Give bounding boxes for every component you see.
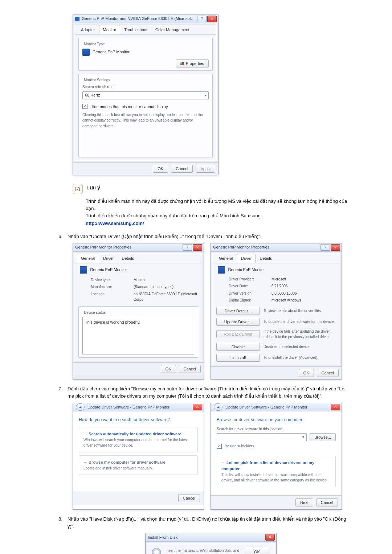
tab-general[interactable]: General	[77, 254, 99, 263]
tab-monitor[interactable]: Monitor	[99, 25, 121, 34]
close-button[interactable]: ✕	[207, 16, 217, 22]
back-button[interactable]: ◄	[214, 403, 222, 411]
note-line: Trình điều khiển màn hình này đã được ch…	[86, 198, 348, 212]
tab-adapter[interactable]: Adapter	[77, 25, 99, 34]
window-title: Install From Disk	[148, 534, 263, 541]
label: Location:	[91, 291, 131, 303]
update-driver-button[interactable]: Update Driver...	[216, 318, 260, 326]
option-let-me-pick[interactable]: → Let me pick from a list of device driv…	[217, 456, 336, 487]
desc: To update the driver software for this d…	[264, 319, 336, 325]
note-title: Lưu ý	[86, 184, 100, 192]
breadcrumb: Update Driver Software - Generic PnP Mon…	[225, 404, 307, 410]
step-number: 6.	[54, 233, 62, 240]
help-button[interactable]: ?	[320, 244, 330, 251]
step-number: 8.	[54, 516, 62, 530]
help-button[interactable]: ?	[183, 244, 192, 251]
cancel-button[interactable]: Cancel	[179, 365, 201, 373]
desc: To view details about the driver files.	[264, 308, 336, 314]
hide-modes-desc: Clearing this check box allows you to se…	[82, 112, 209, 129]
link-text: http://www.samsung.com/	[86, 221, 144, 226]
close-button[interactable]: ✕	[331, 404, 340, 410]
tab-details[interactable]: Details	[118, 254, 138, 263]
cancel-button[interactable]: Cancel	[316, 498, 338, 506]
wizard-heading: Browse for driver software on your compu…	[217, 416, 336, 423]
step-text: Đánh dấu chọn vào hộp kiểm "Browse my co…	[68, 385, 348, 400]
step-text: Nhấp vào "Update Driver (Cập nhật trình …	[68, 233, 348, 240]
uninstall-button[interactable]: Uninstall	[216, 354, 260, 362]
label: Driver Date:	[229, 283, 269, 289]
properties-label: Properties	[186, 61, 204, 66]
refresh-rate-select[interactable]: 60 Hertz	[82, 91, 209, 99]
back-button[interactable]: ◄	[76, 403, 85, 411]
properties-button[interactable]: Properties	[176, 59, 209, 67]
desc: If the device fails after updating the d…	[264, 329, 336, 340]
tab-driver[interactable]: Driver	[99, 254, 118, 263]
browse-button[interactable]: Browse...	[310, 433, 336, 441]
value: 6.0.6000.16386	[271, 291, 336, 296]
roll-back-driver-button[interactable]: Roll Back Driver	[216, 330, 260, 338]
wizard-heading: How do you want to search for driver sof…	[79, 416, 198, 423]
group-monitor-settings: Monitor Settings Screen refresh rate: 60…	[78, 74, 213, 158]
value: on NVIDIA GeForce 6600 LE (Microsoft Cor…	[134, 291, 198, 303]
ok-button[interactable]: OK	[153, 165, 168, 173]
update-driver-wizard-browse: ◄ Update Driver Software - Generic PnP M…	[211, 403, 342, 510]
disable-button[interactable]: Disable	[216, 343, 260, 351]
samsung-link[interactable]: http://www.samsung.com/	[86, 221, 144, 226]
value: Monitors	[134, 277, 198, 283]
tab-troubleshoot[interactable]: Troubleshoot	[120, 25, 151, 34]
tab-driver[interactable]: Driver	[237, 254, 256, 263]
monitor-icon	[82, 49, 90, 56]
disk-icon	[152, 548, 161, 554]
label: Driver Version:	[229, 291, 269, 296]
window-title: Generic PnP Monitor Properties	[213, 244, 318, 250]
option-desc: This list will show installed driver sof…	[221, 472, 331, 483]
status-text: This device is working properly.	[85, 320, 140, 324]
path-label: Search for driver software in this locat…	[217, 426, 336, 432]
update-driver-wizard-search: ◄ Update Driver Software - Generic PnP M…	[73, 403, 204, 510]
tab-color-management[interactable]: Color Management	[151, 25, 193, 34]
shield-icon	[180, 62, 184, 65]
value: Microsoft	[271, 276, 336, 282]
cancel-button[interactable]: Cancel	[171, 165, 193, 173]
desc: Disables the selected device.	[264, 344, 336, 350]
group-monitor-type: Monitor Type Generic PnP Monitor Propert…	[78, 38, 213, 71]
install-from-disk-dialog: Install From Disk ✕ Insert the manufactu…	[145, 533, 277, 554]
option-desc: Windows will search your computer and th…	[83, 437, 193, 448]
device-properties-general: Generic PnP Monitor Properties ? ✕ Gener…	[73, 243, 204, 379]
include-subfolders-label: Include subfolders	[225, 443, 254, 449]
close-button[interactable]: ✕	[265, 534, 275, 541]
option-browse-computer[interactable]: → Browse my computer for driver software…	[79, 455, 198, 475]
path-combobox[interactable]	[217, 433, 307, 441]
status-textbox: This device is working properly.	[82, 317, 194, 354]
refresh-label: Screen refresh rate:	[82, 84, 209, 90]
include-subfolders-checkbox[interactable]: ✓	[217, 444, 222, 449]
apply-button[interactable]: Apply	[196, 165, 215, 173]
breadcrumb: Update Driver Software - Generic PnP Mon…	[87, 404, 170, 410]
close-button[interactable]: ✕	[193, 244, 202, 251]
group-device-status: Device status This device is working pro…	[78, 306, 198, 358]
note-icon	[73, 184, 83, 194]
ok-button[interactable]: OK	[161, 365, 176, 373]
value: 6/21/2006	[271, 283, 336, 289]
close-button[interactable]: ✕	[331, 244, 340, 251]
tab-details[interactable]: Details	[256, 254, 276, 263]
window-title: Generic PnP Monitor Properties	[75, 244, 180, 250]
ok-button[interactable]: OK	[244, 548, 270, 554]
hide-modes-checkbox[interactable]: ✓	[82, 104, 87, 109]
device-name: Generic PnP Monitor	[90, 267, 127, 273]
tab-general[interactable]: General	[215, 254, 237, 263]
option-title: Browse my computer for driver software	[89, 460, 166, 464]
cancel-button[interactable]: Cancel	[317, 369, 339, 377]
group-legend: Device status	[82, 310, 107, 316]
ok-button[interactable]: OK	[299, 369, 314, 377]
driver-details-button[interactable]: Driver Details...	[216, 307, 260, 315]
close-button[interactable]: ✕	[193, 404, 202, 410]
monitor-properties-dialog: Generic PnP Monitor and NVIDIA GeForce 6…	[73, 15, 219, 175]
help-button[interactable]: ?	[197, 16, 207, 22]
cancel-button[interactable]: Cancel	[178, 494, 200, 502]
dialog-message: Insert the manufacturer's installation d…	[166, 548, 240, 554]
label: Digital Signer:	[229, 297, 269, 303]
option-search-auto[interactable]: → Search automatically for updated drive…	[79, 427, 198, 452]
label: Manufacturer:	[91, 284, 131, 290]
next-button[interactable]: Next	[295, 498, 313, 506]
